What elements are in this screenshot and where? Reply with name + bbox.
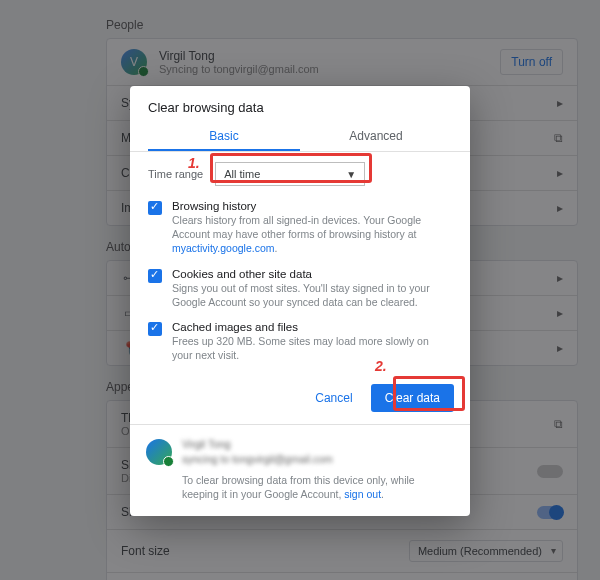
profile-avatar [146, 439, 172, 465]
dialog-tabs: Basic Advanced [130, 121, 470, 152]
foot-name: Virgil Tong [182, 437, 454, 452]
time-range-value: All time [224, 168, 260, 180]
dialog-title: Clear browsing data [130, 86, 470, 121]
checkbox-checked-icon[interactable] [148, 269, 162, 283]
checkbox-checked-icon[interactable] [148, 322, 162, 336]
sign-out-link[interactable]: sign out [344, 488, 381, 500]
divider [130, 424, 470, 425]
clear-data-button[interactable]: Clear data [371, 384, 454, 412]
checkbox-checked-icon[interactable] [148, 201, 162, 215]
clear-options: Browsing history Clears history from all… [130, 192, 470, 374]
time-range-select[interactable]: All time ▼ [215, 162, 365, 186]
tab-basic[interactable]: Basic [148, 121, 300, 151]
option-browsing-history[interactable]: Browsing history Clears history from all… [144, 194, 456, 262]
annotation-number-1: 1. [188, 155, 200, 171]
option-cookies[interactable]: Cookies and other site data Signs you ou… [144, 262, 456, 315]
clear-browsing-data-dialog: Clear browsing data Basic Advanced Time … [130, 86, 470, 516]
tab-advanced[interactable]: Advanced [300, 121, 452, 151]
cancel-button[interactable]: Cancel [305, 384, 362, 412]
chevron-down-icon: ▼ [346, 169, 356, 180]
option-cache[interactable]: Cached images and files Frees up 320 MB.… [144, 315, 456, 368]
myactivity-link[interactable]: myactivity.google.com [172, 242, 275, 254]
foot-email: syncing to tongvirgil@gmail.com [182, 452, 454, 467]
annotation-number-2: 2. [375, 358, 387, 374]
